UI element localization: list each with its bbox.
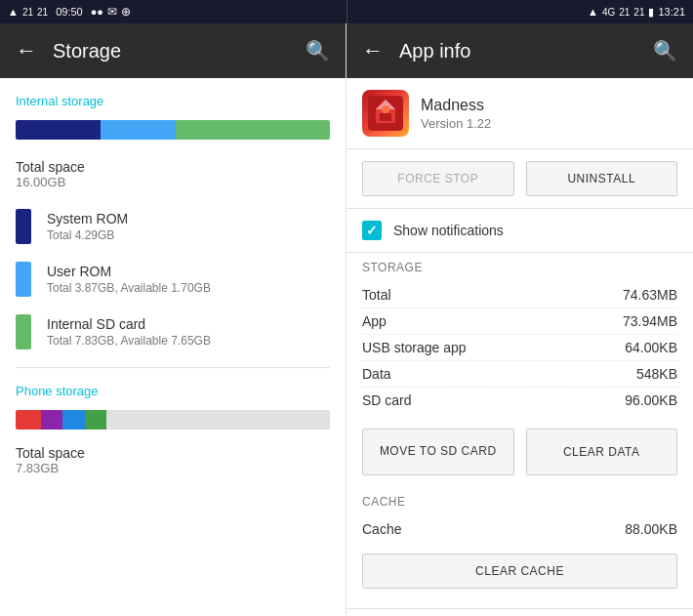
app-name: Madness xyxy=(421,97,677,114)
app-value: 73.94MB xyxy=(623,313,677,329)
phone-bar-empty xyxy=(106,410,330,430)
app-icon-inner xyxy=(362,90,409,137)
notifications-row: ✓ Show notifications xyxy=(346,209,693,253)
user-rom-detail: Total 3.87GB, Available 1.70GB xyxy=(47,281,330,295)
app-label: App xyxy=(362,313,387,329)
cache-section-header: CACHE xyxy=(346,487,693,513)
wifi-icon-right: ▲ xyxy=(588,6,598,18)
svg-rect-3 xyxy=(380,113,391,121)
launch-default-header: LAUNCH BY DEFAULT xyxy=(346,608,693,616)
back-button-appinfo[interactable]: ← xyxy=(362,38,384,63)
system-rom-detail: Total 4.29GB xyxy=(47,228,330,242)
back-button-storage[interactable]: ← xyxy=(16,38,37,63)
signal-right-1: 21 xyxy=(619,7,630,18)
app-icon xyxy=(362,90,409,137)
app-info-toolbar: ← App info 🔍 xyxy=(346,23,693,78)
lte-icon: 4G xyxy=(602,7,615,18)
sd-card-label: SD card xyxy=(362,392,412,408)
storage-toolbar: ← Storage 🔍 xyxy=(0,23,346,78)
app-info-content: Madness Version 1.22 FORCE STOP UNINSTAL… xyxy=(346,78,693,616)
storage-details-table: Total 74.63MB App 73.94MB USB storage ap… xyxy=(346,278,693,417)
cache-row: Cache 88.00KB xyxy=(362,516,677,542)
wifi-icon-left: ▲ xyxy=(8,6,19,18)
svg-point-4 xyxy=(382,105,389,113)
cache-label: Cache xyxy=(362,521,401,537)
storage-section-header: STORAGE xyxy=(346,253,693,278)
search-icon-storage[interactable]: 🔍 xyxy=(306,39,330,62)
email-icon: ✉ xyxy=(107,5,117,19)
sd-card-row: SD card 96.00KB xyxy=(362,388,677,413)
search-icon-appinfo[interactable]: 🔍 xyxy=(653,39,677,62)
system-rom-name: System ROM xyxy=(47,211,330,226)
phone-storage-bar xyxy=(16,410,330,430)
data-label: Data xyxy=(362,366,391,382)
usb-value: 64.00KB xyxy=(625,340,677,355)
storage-divider xyxy=(16,367,330,368)
status-bar-right: ▲ 4G 21 21 ▮ 13:21 xyxy=(347,0,694,23)
notifications-label: Show notifications xyxy=(393,223,504,238)
cache-value: 88.00KB xyxy=(625,521,677,537)
user-rom-name: User ROM xyxy=(47,264,330,279)
phone-bar-red xyxy=(16,410,41,430)
system-rom-color xyxy=(16,209,31,244)
data-value: 548KB xyxy=(636,366,677,382)
clear-cache-row: CLEAR CACHE xyxy=(346,546,693,596)
app-row: App 73.94MB xyxy=(362,308,677,335)
total-space-value: 16.00GB xyxy=(16,175,330,189)
storage-panel: ← Storage 🔍 Internal storage Total space… xyxy=(0,23,346,616)
signal-icon-1: 21 xyxy=(22,7,33,18)
user-rom-item: User ROM Total 3.87GB, Available 1.70GB xyxy=(16,262,330,297)
cache-table: Cache 88.00KB xyxy=(346,513,693,546)
checkmark-icon: ✓ xyxy=(366,223,378,238)
phone-total-space-label: Total space xyxy=(16,445,330,461)
app-info-title: App info xyxy=(399,40,653,62)
phone-bar-green xyxy=(85,410,107,430)
data-row: Data 548KB xyxy=(362,361,677,388)
extra-icon: ⊕ xyxy=(121,5,131,19)
phone-storage-title: Phone storage xyxy=(16,384,330,398)
bar-internal-sd xyxy=(176,120,330,140)
system-rom-item: System ROM Total 4.29GB xyxy=(16,209,330,244)
bar-user xyxy=(101,120,176,140)
storage-action-buttons: MOVE TO SD CARD CLEAR DATA xyxy=(346,417,693,487)
bar-system xyxy=(16,120,101,140)
move-to-sd-button[interactable]: MOVE TO SD CARD xyxy=(362,429,514,475)
notifications-checkbox[interactable]: ✓ xyxy=(362,221,382,240)
total-value: 74.63MB xyxy=(623,287,677,303)
internal-sd-name: Internal SD card xyxy=(47,316,330,332)
signal-icon-2: 21 xyxy=(37,7,48,18)
uninstall-button[interactable]: UNINSTALL xyxy=(526,161,678,196)
total-row: Total 74.63MB xyxy=(362,282,677,308)
internal-sd-color xyxy=(16,314,31,349)
clear-data-button[interactable]: CLEAR DATA xyxy=(526,429,678,475)
cache-section: CACHE Cache 88.00KB CLEAR CACHE xyxy=(346,487,693,604)
app-version: Version 1.22 xyxy=(421,116,677,131)
internal-storage-title: Internal storage xyxy=(16,94,330,108)
total-space-label: Total space xyxy=(16,159,330,175)
total-label: Total xyxy=(362,287,391,303)
phone-bar-blue xyxy=(62,410,85,430)
user-rom-color xyxy=(16,262,31,297)
app-action-buttons: FORCE STOP UNINSTALL xyxy=(346,149,693,209)
storage-title: Storage xyxy=(53,40,306,62)
storage-items-list: System ROM Total 4.29GB User ROM Total 3… xyxy=(16,209,330,349)
force-stop-button[interactable]: FORCE STOP xyxy=(362,161,514,196)
battery-icon: ▮ xyxy=(648,6,654,19)
internal-sd-item: Internal SD card Total 7.83GB, Available… xyxy=(16,314,330,349)
usb-label: USB storage app xyxy=(362,340,467,355)
app-info-panel: ← App info 🔍 xyxy=(346,23,693,616)
clear-cache-button[interactable]: CLEAR CACHE xyxy=(362,554,677,589)
dots-icon: ●● xyxy=(91,6,103,18)
time-left: 09:50 xyxy=(56,6,83,18)
signal-right-2: 21 xyxy=(633,7,644,18)
sd-card-value: 96.00KB xyxy=(625,392,677,408)
internal-sd-detail: Total 7.83GB, Available 7.65GB xyxy=(47,334,330,348)
phone-total-space-value: 7.83GB xyxy=(16,461,330,475)
time-right: 13:21 xyxy=(658,6,685,18)
usb-storage-row: USB storage app 64.00KB xyxy=(362,335,677,361)
status-bar-left: ▲ 21 21 09:50 ●● ✉ ⊕ xyxy=(0,0,346,23)
app-header: Madness Version 1.22 xyxy=(346,78,693,149)
phone-bar-purple xyxy=(41,410,63,430)
storage-bar-chart xyxy=(16,120,330,140)
